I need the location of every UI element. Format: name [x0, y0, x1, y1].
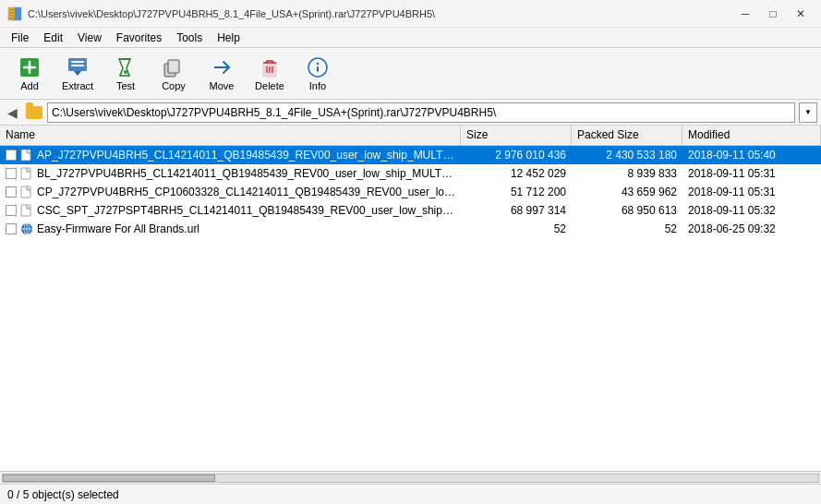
- menu-item-favorites[interactable]: Favorites: [109, 30, 169, 46]
- file-list-container: NameSizePacked SizeModified AP_J727PVPU4…: [0, 126, 821, 471]
- svg-rect-1: [15, 7, 21, 20]
- title-left: C:\Users\vivek\Desktop\J727PVPU4BRH5_8.1…: [7, 6, 435, 21]
- file-icon: [20, 167, 33, 180]
- add-button[interactable]: Add: [7, 52, 52, 96]
- file-modified-cell: 2018-09-11 05:31: [682, 183, 821, 201]
- add-label: Add: [20, 80, 39, 91]
- svg-rect-9: [71, 65, 84, 66]
- file-name: CP_J727PVPU4BRH5_CP10603328_CL14214011_Q…: [37, 186, 455, 198]
- file-packed-cell: 52: [572, 220, 682, 238]
- menu-bar: FileEditViewFavoritesToolsHelp: [0, 28, 821, 48]
- file-row[interactable]: CP_J727PVPU4BRH5_CP10603328_CL14214011_Q…: [0, 183, 821, 201]
- svg-point-15: [317, 62, 319, 64]
- copy-button[interactable]: Copy: [151, 52, 196, 96]
- test-button[interactable]: Test: [103, 52, 148, 96]
- svg-rect-20: [21, 205, 30, 216]
- menu-item-edit[interactable]: Edit: [36, 30, 70, 46]
- title-path: C:\Users\vivek\Desktop\J727PVPU4BRH5_8.1…: [28, 8, 435, 19]
- file-checkbox[interactable]: [6, 186, 17, 198]
- move-icon: [211, 56, 233, 78]
- delete-icon: [259, 56, 281, 78]
- svg-point-10: [124, 70, 127, 74]
- delete-label: Delete: [255, 80, 284, 91]
- file-modified-cell: 2018-09-11 05:40: [682, 146, 821, 164]
- info-button[interactable]: Info: [296, 52, 340, 96]
- svg-rect-17: [21, 150, 30, 161]
- file-row[interactable]: BL_J727PVPU4BRH5_CL14214011_QB19485439_R…: [0, 164, 821, 183]
- file-checkbox[interactable]: [6, 205, 17, 216]
- file-checkbox[interactable]: [6, 168, 17, 179]
- add-icon: [18, 56, 41, 78]
- svg-rect-19: [21, 186, 30, 198]
- info-label: Info: [309, 80, 326, 91]
- svg-rect-4: [9, 15, 14, 17]
- maximize-button[interactable]: □: [760, 5, 786, 23]
- file-icon: [20, 186, 33, 198]
- file-packed-cell: 8 939 833: [572, 164, 682, 183]
- delete-button[interactable]: Delete: [248, 52, 292, 96]
- file-modified-cell: 2018-06-25 09:32: [682, 220, 821, 238]
- svg-rect-5: [9, 18, 14, 19]
- title-controls: ─ □ ✕: [732, 5, 814, 23]
- file-modified-cell: 2018-09-11 05:32: [682, 201, 821, 220]
- file-size-cell: 2 976 010 436: [461, 146, 572, 164]
- test-label: Test: [116, 80, 135, 91]
- minimize-button[interactable]: ─: [732, 5, 758, 23]
- file-row[interactable]: CSC_SPT_J727PSPT4BRH5_CL14214011_QB19485…: [0, 201, 821, 220]
- extract-icon: [66, 56, 89, 78]
- extract-button[interactable]: Extract: [55, 52, 100, 96]
- copy-label: Copy: [162, 80, 186, 91]
- file-size-cell: 68 997 314: [461, 201, 572, 220]
- address-bar: ◀ ▼: [0, 100, 821, 126]
- file-name: CSC_SPT_J727PSPT4BRH5_CL14214011_QB19485…: [37, 204, 455, 217]
- file-size-cell: 51 712 200: [461, 183, 572, 201]
- h-scrollbar[interactable]: [2, 474, 819, 483]
- back-icon[interactable]: ◀: [4, 103, 21, 122]
- extract-label: Extract: [62, 80, 93, 91]
- menu-item-help[interactable]: Help: [210, 30, 248, 46]
- file-checkbox[interactable]: [6, 150, 17, 161]
- file-name: BL_J727PVPU4BRH5_CL14214011_QB19485439_R…: [37, 167, 455, 180]
- test-icon: [115, 56, 137, 78]
- file-packed-cell: 43 659 962: [572, 183, 682, 201]
- svg-rect-12: [168, 60, 179, 73]
- svg-rect-16: [317, 66, 319, 72]
- menu-item-view[interactable]: View: [70, 30, 109, 46]
- address-folder-icon: [25, 103, 43, 122]
- info-icon: [307, 56, 329, 78]
- title-bar: C:\Users\vivek\Desktop\J727PVPU4BRH5_8.1…: [0, 0, 821, 28]
- close-button[interactable]: ✕: [788, 5, 814, 23]
- file-row[interactable]: Easy-Firmware For All Brands.url52522018…: [0, 220, 821, 238]
- file-size-cell: 12 452 029: [461, 164, 572, 183]
- svg-rect-3: [9, 12, 14, 14]
- svg-rect-2: [9, 9, 14, 11]
- file-name-cell: BL_J727PVPU4BRH5_CL14214011_QB19485439_R…: [0, 164, 461, 183]
- menu-item-file[interactable]: File: [4, 30, 36, 46]
- header-name[interactable]: Name: [0, 126, 461, 145]
- file-name-cell: CP_J727PVPU4BRH5_CP10603328_CL14214011_Q…: [0, 183, 461, 201]
- file-list-body: AP_J727PVPU4BRH5_CL14214011_QB19485439_R…: [0, 146, 821, 471]
- file-row[interactable]: AP_J727PVPU4BRH5_CL14214011_QB19485439_R…: [0, 146, 821, 164]
- file-checkbox[interactable]: [6, 223, 17, 234]
- file-size-cell: 52: [461, 220, 572, 238]
- address-input[interactable]: [47, 102, 795, 123]
- file-name: Easy-Firmware For All Brands.url: [37, 222, 199, 235]
- h-scrollbar-thumb[interactable]: [3, 474, 215, 482]
- status-text: 0 / 5 object(s) selected: [7, 488, 119, 501]
- header-packed-size[interactable]: Packed Size: [572, 126, 682, 145]
- move-button[interactable]: Move: [199, 52, 244, 96]
- file-icon: [20, 149, 33, 162]
- header-modified[interactable]: Modified: [682, 126, 821, 145]
- file-name-cell: Easy-Firmware For All Brands.url: [0, 220, 461, 238]
- header-size[interactable]: Size: [461, 126, 572, 145]
- menu-item-tools[interactable]: Tools: [169, 30, 210, 46]
- copy-icon: [163, 56, 185, 78]
- svg-rect-8: [71, 61, 84, 63]
- move-label: Move: [210, 80, 235, 91]
- url-icon: [20, 222, 33, 235]
- scrollbar-area[interactable]: [0, 471, 821, 484]
- address-dropdown[interactable]: ▼: [799, 102, 817, 123]
- toolbar: AddExtractTestCopyMoveDeleteInfo: [0, 48, 821, 100]
- file-name-cell: CSC_SPT_J727PSPT4BRH5_CL14214011_QB19485…: [0, 201, 461, 220]
- file-list-header: NameSizePacked SizeModified: [0, 126, 821, 146]
